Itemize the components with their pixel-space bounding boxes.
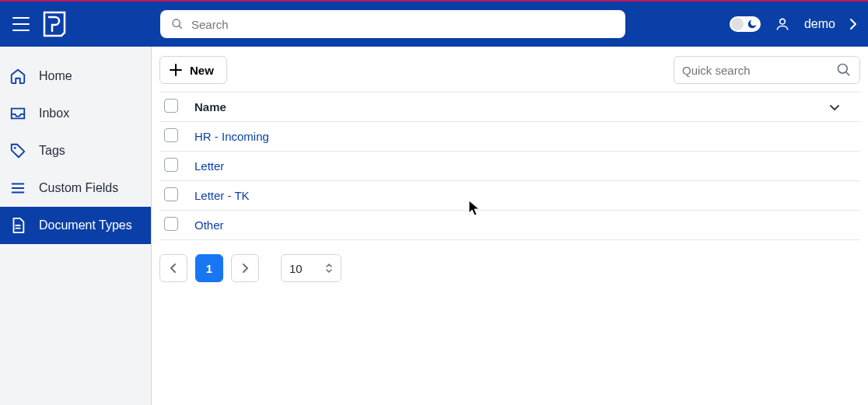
pagination: 1 10 (159, 254, 860, 282)
table-row: Other (159, 211, 860, 240)
search-icon (836, 62, 852, 78)
select-all-checkbox[interactable] (164, 99, 178, 113)
column-header-name[interactable]: Name (194, 93, 829, 122)
row-link[interactable]: Letter (194, 159, 224, 173)
row-link[interactable]: HR - Incoming (194, 130, 269, 143)
svg-point-1 (780, 19, 786, 24)
toggle-knob (731, 18, 744, 30)
new-button[interactable]: New (159, 56, 227, 84)
row-checkbox[interactable] (164, 128, 178, 142)
search-input[interactable] (191, 18, 614, 31)
sidebar-item-inbox[interactable]: Inbox (0, 95, 151, 132)
menu-button[interactable] (11, 14, 31, 34)
logo-icon (43, 11, 66, 37)
chevron-left-icon (170, 264, 177, 273)
plus-icon (170, 64, 182, 76)
page-number-button[interactable]: 1 (195, 254, 223, 282)
inbox-icon (9, 105, 26, 122)
row-checkbox[interactable] (164, 158, 178, 172)
sort-button[interactable] (829, 93, 860, 122)
sidebar-item-label: Tags (39, 144, 65, 158)
sidebar-item-tags[interactable]: Tags (0, 132, 151, 169)
chevron-right-icon[interactable] (849, 18, 857, 30)
tag-icon (9, 142, 26, 159)
theme-toggle[interactable] (730, 16, 761, 32)
sidebar-item-label: Custom Fields (39, 181, 118, 195)
sidebar-item-document-types[interactable]: Document Types (0, 207, 151, 244)
table-row: Letter (159, 152, 860, 181)
list-icon (9, 180, 26, 197)
sidebar-item-label: Home (39, 69, 72, 83)
select-spinner-icon (325, 262, 333, 274)
data-table: Name HR - Incoming Letter Letter - (159, 92, 860, 240)
row-link[interactable]: Other (194, 218, 224, 232)
moon-icon (747, 19, 758, 30)
app-logo (42, 12, 67, 37)
row-link[interactable]: Letter - TK (194, 189, 250, 202)
row-checkbox[interactable] (164, 217, 178, 231)
search-icon (171, 18, 184, 30)
sidebar-item-custom-fields[interactable]: Custom Fields (0, 169, 151, 207)
sidebar-item-label: Inbox (39, 106, 69, 120)
new-button-label: New (190, 64, 214, 77)
sidebar-item-label: Document Types (39, 218, 132, 232)
doc-icon (9, 217, 26, 234)
quick-search-input[interactable] (682, 64, 836, 77)
chevron-right-icon (242, 264, 248, 273)
content-area: New Name (152, 47, 868, 405)
row-checkbox[interactable] (164, 187, 178, 201)
chevron-down-icon (829, 103, 840, 111)
sidebar-item-home[interactable]: Home (0, 58, 151, 95)
next-page-button[interactable] (231, 254, 259, 282)
quick-search[interactable] (674, 56, 860, 84)
table-row: HR - Incoming (159, 122, 860, 152)
table-row: Letter - TK (159, 181, 860, 211)
home-icon (9, 68, 26, 85)
page-size-value: 10 (289, 262, 303, 275)
username[interactable]: demo (804, 17, 835, 31)
hamburger-icon (12, 17, 30, 31)
svg-point-2 (14, 147, 16, 149)
sidebar: Home Inbox Tags Custom Fields Document T… (0, 47, 152, 405)
page-size-select[interactable]: 10 (281, 254, 341, 282)
prev-page-button[interactable] (159, 254, 187, 282)
user-icon[interactable] (775, 16, 790, 32)
global-search[interactable] (160, 10, 625, 38)
